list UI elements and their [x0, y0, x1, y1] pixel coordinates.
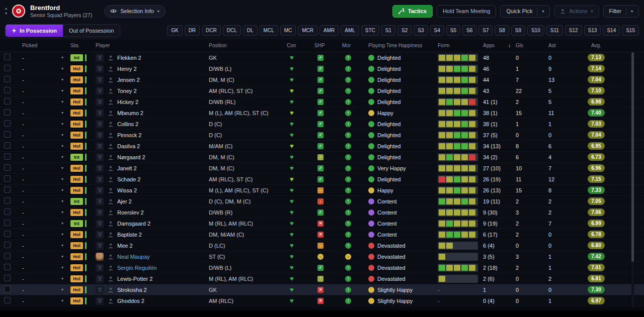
actions-button[interactable]: Actions ▾ — [554, 5, 599, 18]
player-cell[interactable]: Nørgaard 2 — [96, 153, 209, 161]
table-row[interactable]: -▾HolNeal MaupayST (C)♥––Devastated3 (5)… — [0, 251, 644, 262]
row-checkbox[interactable] — [4, 186, 11, 193]
player-cell[interactable]: Henry 2 — [96, 65, 209, 73]
row-checkbox[interactable] — [4, 76, 11, 82]
col-assists[interactable]: Ast — [548, 43, 579, 48]
player-name[interactable]: Lewis-Potter 2 — [117, 276, 152, 282]
picked-dropdown[interactable]: -▾ — [22, 55, 70, 61]
player-name[interactable]: Mbeumo 2 — [117, 110, 143, 116]
position-filter-s8[interactable]: S8 — [495, 25, 509, 36]
position-filter-gk[interactable]: GK — [167, 25, 182, 36]
position-filter-s7[interactable]: S7 — [478, 25, 493, 36]
picked-dropdown[interactable]: -▾ — [22, 298, 70, 304]
player-cell[interactable]: Flekken 2 — [96, 54, 209, 62]
col-player[interactable]: Player — [96, 43, 209, 48]
picked-dropdown[interactable]: -▾ — [22, 221, 70, 227]
position-filter-aml[interactable]: AML — [341, 25, 359, 36]
tactics-button[interactable]: Tactics — [392, 5, 433, 18]
picked-dropdown[interactable]: -▾ — [22, 66, 70, 72]
picked-dropdown[interactable]: -▾ — [22, 154, 70, 160]
table-row[interactable]: -▾HolHenry 2D/WB (L)♥✓↑Delighted46197.14 — [0, 63, 644, 74]
col-shape[interactable]: SHP — [314, 43, 342, 48]
table-row[interactable]: -▾HolGhoddos 2AM (RLC)♥✕↑Slightly Happy-… — [0, 295, 644, 306]
col-form[interactable]: Form — [438, 43, 483, 48]
player-cell[interactable]: Wissa 2 — [96, 186, 209, 194]
table-row[interactable]: -▾HolMbeumo 2M (L), AM (RLC), ST (C)♥✓↑H… — [0, 108, 644, 119]
table-row[interactable]: -▾HolToney 2AM (RLC), ST (C)♥✓↑Delighted… — [0, 85, 644, 96]
picked-dropdown[interactable]: -▾ — [22, 254, 70, 260]
player-cell[interactable]: Janelt 2 — [96, 164, 209, 172]
player-name[interactable]: Roerslev 2 — [117, 209, 144, 216]
table-row[interactable]: -▾HolJanelt 2DM, M (C)♥✓↑Very Happy27 (1… — [0, 163, 644, 174]
position-filter-s15[interactable]: S15 — [622, 25, 639, 36]
picked-dropdown[interactable]: -▾ — [22, 176, 70, 182]
row-checkbox[interactable] — [4, 231, 11, 237]
table-row[interactable]: -▾HolSergio ReguilónD/WB (L)♥✓↑Devastate… — [0, 262, 644, 273]
player-name[interactable]: Mee 2 — [117, 243, 133, 249]
row-checkbox[interactable] — [4, 131, 11, 138]
player-name[interactable]: Hickey 2 — [117, 99, 138, 105]
picked-dropdown[interactable]: -▾ — [22, 132, 70, 138]
picked-dropdown[interactable]: -▾ — [22, 243, 70, 249]
player-cell[interactable]: Jensen 2 — [96, 76, 209, 84]
col-picked[interactable]: Picked — [22, 43, 70, 48]
row-checkbox[interactable] — [4, 242, 11, 248]
player-cell[interactable]: Damsgaard 2 — [96, 220, 209, 228]
row-checkbox[interactable] — [4, 109, 11, 116]
row-checkbox[interactable] — [4, 208, 11, 215]
table-row[interactable]: -▾HolSchade 2AM (RLC), ST (C)♥✓↑Delighte… — [0, 174, 644, 185]
player-name[interactable]: Neal Maupay — [117, 254, 150, 260]
position-filter-s4[interactable]: S4 — [430, 25, 444, 36]
table-row[interactable]: -▾HolLewis-Potter 2M (RL), AM (RLC)♥↑↑De… — [0, 273, 644, 284]
chevron-down-icon[interactable]: ▾ — [542, 9, 544, 14]
nav-down-icon[interactable]: ▾ — [5, 12, 7, 16]
table-row[interactable]: -▾HolHickey 2D/WB (RL)♥✓↑Delighted41 (1)… — [0, 96, 644, 108]
position-filter-dcl[interactable]: DCL — [223, 25, 241, 36]
picked-dropdown[interactable]: -▾ — [22, 265, 70, 271]
player-name[interactable]: Damsgaard 2 — [117, 221, 150, 227]
picked-dropdown[interactable]: -▾ — [22, 209, 70, 216]
row-checkbox[interactable] — [4, 65, 11, 71]
col-average[interactable]: Avg. — [579, 43, 614, 48]
row-checkbox[interactable] — [4, 120, 11, 127]
table-row[interactable]: -▾HolWissa 2M (L), AM (RLC), ST (C)♥–↑Ha… — [0, 185, 644, 196]
player-name[interactable]: Sergio Reguilón — [117, 265, 156, 271]
picked-dropdown[interactable]: -▾ — [22, 232, 70, 238]
picked-dropdown[interactable]: -▾ — [22, 165, 70, 171]
row-checkbox[interactable] — [4, 153, 11, 160]
position-filter-mc[interactable]: MC — [280, 25, 296, 36]
position-filter-s2[interactable]: S2 — [397, 25, 412, 36]
player-cell[interactable]: Neal Maupay — [96, 253, 209, 261]
table-row[interactable]: -▾HolJensen 2DM, M (C)♥✓↑Delighted447137… — [0, 74, 644, 85]
filter-button[interactable]: Filter ▾ — [603, 5, 639, 18]
player-name[interactable]: Jensen 2 — [117, 77, 140, 83]
quick-pick-button[interactable]: Quick Pick ▾ — [500, 5, 550, 18]
player-cell[interactable]: Pinnock 2 — [96, 131, 209, 139]
picked-dropdown[interactable]: -▾ — [22, 187, 70, 193]
player-name[interactable]: Strokosha 2 — [117, 287, 147, 293]
tab-in-possession[interactable]: In Possession — [6, 25, 63, 37]
selection-info-dropdown[interactable]: Selection Info ▾ — [104, 5, 166, 18]
sort-desc-icon[interactable]: ↓ — [508, 43, 511, 48]
player-cell[interactable]: Ajer 2 — [96, 197, 209, 205]
player-cell[interactable]: Lewis-Potter 2 — [96, 275, 209, 283]
table-row[interactable]: -▾HolStrokosha 2GK♥✕↑Slightly Happy-1007… — [0, 284, 644, 295]
position-filter-s5[interactable]: S5 — [446, 25, 460, 36]
table-row[interactable]: -▾IntAjer 2D (C), DM, M (C)♥↓↑Content19 … — [0, 196, 644, 207]
player-name[interactable]: Janelt 2 — [117, 165, 137, 171]
scrollbar-thumb[interactable] — [631, 52, 634, 262]
player-cell[interactable]: Baptiste 2 — [96, 231, 209, 239]
picked-dropdown[interactable]: -▾ — [22, 276, 70, 282]
player-name[interactable]: Baptiste 2 — [117, 232, 142, 238]
player-cell[interactable]: Ghoddos 2 — [96, 297, 209, 305]
col-morale[interactable]: Mor — [342, 43, 368, 48]
table-row[interactable]: -▾HolCollins 2D (C)♥✓↑Delighted38 (1)117… — [0, 119, 644, 130]
player-cell[interactable]: Hickey 2 — [96, 98, 209, 106]
position-filter-dl[interactable]: DL — [243, 25, 258, 36]
col-goals[interactable]: Gls — [516, 43, 548, 48]
player-name[interactable]: Toney 2 — [117, 88, 137, 94]
picked-dropdown[interactable]: -▾ — [22, 88, 70, 94]
col-apps[interactable]: Apps↓ — [483, 43, 516, 48]
nav-up-icon[interactable]: ▴ — [5, 7, 7, 11]
player-cell[interactable]: Schade 2 — [96, 175, 209, 183]
